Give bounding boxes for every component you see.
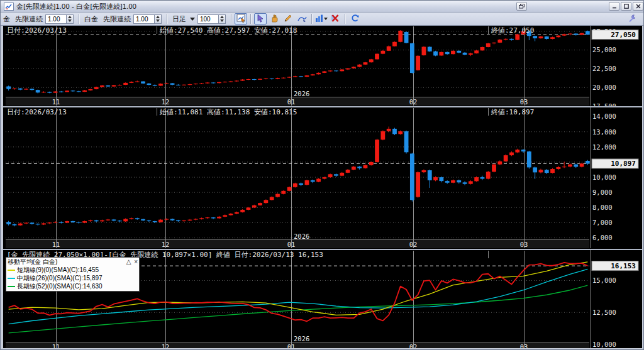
ma-long-label: 長期線(52)(0)(SMA)(C):14,630: [17, 283, 103, 290]
platinum-multiplier-value[interactable]: 1.00: [133, 14, 155, 24]
gold-symbol-label: 金: [3, 14, 10, 24]
last-price-box: 10,897: [611, 160, 636, 168]
pane-gold[interactable]: 27,50025,00022,50020,00017,5001112010203…: [3, 26, 642, 110]
chart-application-window: 金[先限連続]1.00 - 白金[先限連続]1.00 金 先限連続 1.00 白…: [0, 0, 644, 350]
chart-select-icon: [236, 14, 246, 24]
period-dropdown-arrow[interactable]: [190, 18, 195, 21]
month-label: 12: [162, 241, 170, 248]
year-label: 2026: [294, 90, 309, 97]
axis-tick-label: 12,500: [592, 309, 616, 316]
pointer-tool-button[interactable]: [254, 13, 267, 25]
title-bar[interactable]: 金[先限連続]1.00 - 白金[先限連続]1.00: [1, 1, 644, 13]
legend-row-mid: 中期線(26)(0)(SMA)(C):15,897: [8, 275, 138, 282]
month-label: 03: [520, 241, 528, 248]
platinum-symbol-label: 白金: [84, 14, 98, 24]
pen-icon: [297, 14, 307, 24]
ma-legend: 移動平均(金 白金) △ × 短期線(9)(0)(SMA)(C):16,455 …: [6, 257, 140, 292]
legend-title: 移動平均(金 白金): [8, 258, 57, 266]
month-label: 02: [409, 98, 418, 106]
info-date: 日付:2026/03/13: [7, 26, 67, 35]
chart-canvas[interactable]: 27,50025,00022,50020,00017,5001112010203…: [1, 26, 644, 350]
select-arrow-icon: [256, 14, 265, 24]
indicator-menu-button[interactable]: [315, 13, 328, 25]
bar-count-value[interactable]: 100: [197, 14, 219, 24]
last-price-box: 16,153: [611, 262, 636, 270]
info-ohl: 始値:11,081 高値:11,138 安値:10,815: [159, 108, 297, 116]
axis-tick-label: 22,500: [592, 65, 616, 72]
year-label: 2026: [294, 335, 309, 342]
ma-short-label: 短期線(9)(0)(SMA)(C):16,455: [17, 266, 99, 274]
pan-tool-button[interactable]: [268, 13, 280, 25]
ma-mid-swatch: [8, 278, 15, 279]
platinum-multiplier-spinner[interactable]: 1.00: [133, 14, 162, 24]
platinum-series-label: 先限連続: [103, 14, 131, 24]
axis-tick-label: 9,000: [592, 189, 613, 196]
gold-multiplier-value[interactable]: 1.00: [45, 14, 67, 24]
legend-row-long: 長期線(52)(0)(SMA)(C):14,630: [8, 283, 138, 290]
axis-tick-label: 10,000: [592, 173, 616, 181]
axis-tick-label: 14,000: [592, 112, 616, 120]
delete-indicator-button[interactable]: [329, 13, 341, 25]
axis-tick-label: 7,000: [592, 219, 613, 226]
legend-row-short: 短期線(9)(0)(SMA)(C):16,455: [8, 266, 138, 274]
last-price-box: 27,050: [611, 31, 636, 39]
refresh-icon: [350, 14, 360, 24]
month-label: 03: [520, 98, 528, 106]
chart-select-button[interactable]: [235, 13, 247, 25]
legend-collapse-button[interactable]: △: [126, 258, 131, 266]
maximize-button[interactable]: [621, 2, 631, 11]
hand-icon: [270, 14, 279, 24]
ma-mid-label: 中期線(26)(0)(SMA)(C):15,897: [17, 275, 103, 282]
legend-close-button[interactable]: ×: [134, 258, 138, 266]
platinum-multiplier-down[interactable]: [155, 19, 161, 23]
axis-tick-label: 25,000: [592, 46, 616, 53]
axis-tick-label: 12,000: [592, 143, 616, 151]
chart-window-icon: [4, 3, 14, 11]
axis-tick-label: 8,000: [592, 204, 613, 211]
pencil-icon: [284, 14, 292, 24]
minimize-button[interactable]: [609, 2, 619, 11]
pane-platinum[interactable]: 14,00013,00012,00011,00010,0009,0008,000…: [3, 107, 642, 249]
month-label: 11: [52, 98, 60, 106]
month-label: 02: [409, 241, 418, 248]
bar-count-spinner[interactable]: 100: [197, 14, 226, 24]
info-ohl: 始値:27,540 高値:27,597 安値:27,018: [159, 26, 297, 35]
draw-line-tool-button[interactable]: [282, 13, 294, 25]
month-label: 01: [287, 98, 296, 106]
axis-tick-label: 20,000: [592, 84, 616, 91]
axis-tick-label: 13,000: [592, 128, 616, 136]
settings-button[interactable]: [626, 13, 638, 25]
gold-multiplier-down[interactable]: [67, 19, 73, 23]
bar-count-down[interactable]: [219, 19, 225, 23]
info-close: 終値:10,897: [491, 108, 534, 116]
axis-tick-label: 6,000: [592, 234, 613, 241]
gold-series-label: 先限連続: [15, 14, 43, 24]
delete-indicator-icon: [331, 14, 340, 24]
ma-long-swatch: [8, 286, 15, 287]
close-button[interactable]: [633, 2, 643, 11]
month-label: 12: [162, 98, 170, 106]
toolbar: 金 先限連続 1.00 白金 先限連続 1.00 日足 100: [1, 13, 644, 26]
axis-tick-label: 10,000: [592, 341, 616, 348]
month-label: 01: [287, 241, 296, 248]
indicator-chart-icon: [315, 14, 328, 24]
gold-multiplier-spinner[interactable]: 1.00: [45, 14, 74, 24]
refresh-button[interactable]: [348, 13, 361, 25]
info-date: 日付:2026/03/13: [7, 108, 67, 116]
window-title: 金[先限連続]1.00 - 白金[先限連続]1.00: [16, 2, 136, 11]
period-dropdown[interactable]: 日足: [172, 14, 186, 24]
draw-curve-tool-button[interactable]: [296, 13, 308, 25]
info-close: 終値:27,050: [491, 26, 534, 35]
chart-area[interactable]: 27,50025,00022,50020,00017,5001112010203…: [1, 26, 644, 350]
axis-tick-label: 15,000: [592, 276, 616, 284]
detach-window-button[interactable]: [516, 2, 527, 11]
ma-short-swatch: [8, 270, 15, 271]
settings-wrench-icon: [628, 14, 636, 24]
month-label: 11: [52, 241, 60, 248]
year-label: 2026: [294, 232, 309, 240]
